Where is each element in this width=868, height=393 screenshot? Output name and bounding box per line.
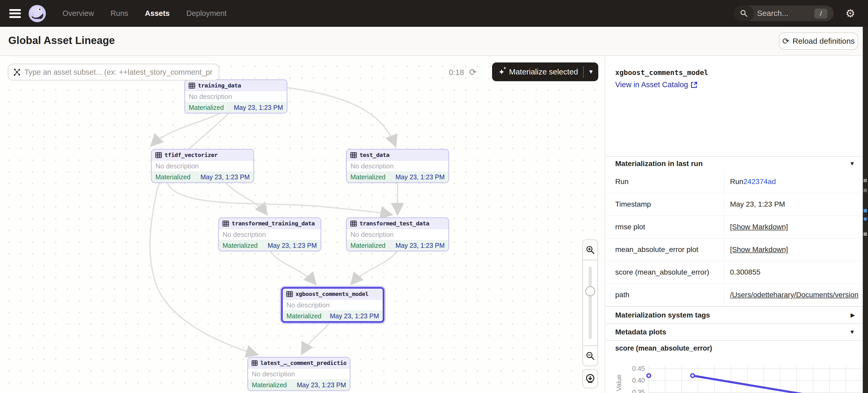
- materialization-timestamp: May 23, 1:23 PM: [330, 312, 379, 320]
- asset-node-status-row: MaterializedMay 23, 1:23 PM: [185, 102, 287, 113]
- chevron-down-icon: ▼: [849, 329, 855, 335]
- right-edge-window-sliver: [863, 27, 868, 393]
- nav-overview[interactable]: Overview: [62, 9, 94, 18]
- metadata-label: Run: [606, 170, 724, 193]
- metadata-row: path/Users/odetteharary/Documents/versio…: [606, 284, 863, 306]
- asset-node-name: tfidf_vectorizer: [164, 152, 218, 158]
- asset-node-status-row: MaterializedMay 23, 1:23 PM: [219, 240, 320, 251]
- run-id-link[interactable]: 242374ad: [743, 177, 776, 186]
- section-metadata-plots[interactable]: Metadata plots ▼: [606, 324, 863, 341]
- nav-deployment[interactable]: Deployment: [186, 9, 227, 18]
- metadata-row: rmse plot[Show Markdown]: [606, 216, 863, 238]
- asset-node-header: training_data: [185, 80, 287, 91]
- materialization-timestamp: May 23, 1:23 PM: [297, 381, 346, 389]
- asset-node-status-row: MaterializedMay 23, 1:23 PM: [283, 310, 383, 321]
- asset-node-name: training_data: [198, 82, 241, 89]
- metadata-label: score (mean_absolute_error): [606, 261, 724, 284]
- search-icon: [734, 5, 754, 21]
- zoom-slider-track[interactable]: [589, 266, 592, 339]
- materialization-timestamp: May 23, 1:23 PM: [200, 173, 250, 181]
- asset-node-xgboost_comments_model[interactable]: xgboost_comments_modelNo descriptionMate…: [281, 287, 384, 323]
- materialization-metadata-table: RunRun 242374adTimestampMay 23, 1:23 PMr…: [606, 170, 863, 306]
- metadata-value: Run 242374ad: [724, 170, 863, 193]
- metadata-row: TimestampMay 23, 1:23 PM: [606, 193, 863, 216]
- asset-node-header: test_data: [347, 150, 448, 161]
- metadata-row: mean_absolute_error plot[Show Markdown]: [606, 238, 863, 261]
- asset-node-tfidf_vectorizer[interactable]: tfidf_vectorizerNo descriptionMaterializ…: [151, 149, 254, 183]
- metadata-link[interactable]: [Show Markdown]: [730, 245, 788, 254]
- asset-node-transformed_test_data[interactable]: transformed_test_dataNo descriptionMater…: [346, 217, 449, 252]
- status-badge: Materialized: [286, 312, 321, 320]
- metadata-value: May 23, 1:23 PM: [724, 193, 863, 216]
- materialization-timestamp: May 23, 1:23 PM: [396, 173, 445, 181]
- asset-subset-input[interactable]: [25, 68, 214, 76]
- search-input[interactable]: [757, 9, 809, 18]
- asset-node-status-row: MaterializedMay 23, 1:23 PM: [152, 171, 253, 182]
- asset-node-header: tfidf_vectorizer: [152, 150, 253, 161]
- table-icon: [222, 220, 229, 227]
- asset-node-description: No description: [347, 161, 448, 171]
- materialization-timestamp: May 23, 1:23 PM: [234, 104, 283, 111]
- asset-node-description: No description: [283, 300, 383, 310]
- download-image-button[interactable]: [582, 369, 598, 388]
- status-badge: Materialized: [252, 381, 287, 389]
- status-badge: Materialized: [223, 242, 258, 249]
- hamburger-menu-icon[interactable]: [9, 9, 21, 18]
- metadata-label: mean_absolute_error plot: [606, 238, 724, 261]
- metadata-value: /Users/odetteharary/Documents/version: [724, 284, 863, 306]
- asset-node-description: No description: [248, 368, 350, 380]
- metadata-row: score (mean_absolute_error)0.300855: [606, 261, 863, 284]
- zoom-in-button[interactable]: [583, 240, 597, 260]
- zoom-controls: [582, 239, 598, 366]
- status-badge: Materialized: [350, 242, 385, 249]
- page-title: Global Asset Lineage: [8, 35, 115, 46]
- reload-definitions-button[interactable]: ⟳ Reload definitions: [779, 33, 858, 50]
- view-in-asset-catalog-link[interactable]: View in Asset Catalog: [615, 80, 698, 89]
- refresh-icon: ⟳: [782, 37, 789, 45]
- external-link-icon: [691, 81, 698, 88]
- metadata-label: Timestamp: [606, 193, 724, 216]
- asset-node-latest_comment_predictions[interactable]: latest_…_comment_predictionsNo descripti…: [247, 357, 350, 391]
- global-search[interactable]: /: [734, 5, 834, 21]
- section-materialization-last-run[interactable]: Materialization in last run ▼: [606, 156, 863, 170]
- materialization-timestamp: May 23, 1:23 PM: [396, 242, 445, 249]
- asset-name-title: xgboost_comments_model: [615, 68, 708, 76]
- asset-node-test_data[interactable]: test_dataNo descriptionMaterializedMay 2…: [346, 149, 449, 183]
- top-nav-bar: Overview Runs Assets Deployment / ⚙: [0, 0, 868, 27]
- asset-node-header: transformed_test_data: [347, 218, 448, 229]
- settings-gear-icon[interactable]: ⚙: [844, 8, 856, 19]
- asset-node-transformed_training_data[interactable]: transformed_training_dataNo descriptionM…: [218, 217, 321, 252]
- metadata-value: [Show Markdown]: [724, 238, 863, 261]
- section-materialization-system-tags[interactable]: Materialization system tags ▶: [606, 306, 863, 324]
- graph-refresh-icon[interactable]: ⟳: [469, 67, 477, 77]
- dagster-logo[interactable]: [29, 5, 46, 22]
- metadata-link[interactable]: /Users/odetteharary/Documents/version: [730, 291, 858, 299]
- materialize-selected-button[interactable]: ✦✦ Materialize selected ▼: [492, 62, 598, 81]
- chevron-right-icon: ▶: [850, 312, 855, 319]
- asset-lineage-graph[interactable]: training_dataNo descriptionMaterializedM…: [0, 56, 605, 393]
- metadata-label: path: [606, 284, 724, 306]
- table-icon: [188, 82, 195, 89]
- materialization-timestamp: May 23, 1:23 PM: [268, 242, 317, 249]
- asset-node-description: No description: [152, 161, 253, 171]
- nav-assets[interactable]: Assets: [145, 9, 170, 18]
- zoom-slider-handle[interactable]: [585, 286, 595, 296]
- asset-node-name: test_data: [360, 152, 390, 158]
- graph-query-icon: [13, 68, 21, 76]
- zoom-out-button[interactable]: [583, 346, 597, 366]
- nav-runs[interactable]: Runs: [111, 9, 128, 18]
- status-badge: Materialized: [155, 173, 191, 181]
- y-tick-label: 0.40: [621, 376, 645, 384]
- materialize-dropdown-caret[interactable]: ▼: [584, 68, 598, 75]
- asset-subset-filter[interactable]: [8, 64, 219, 80]
- metadata-label: rmse plot: [606, 216, 724, 238]
- metadata-link[interactable]: [Show Markdown]: [730, 223, 788, 231]
- asset-node-status-row: MaterializedMay 23, 1:23 PM: [347, 240, 448, 251]
- table-icon: [251, 360, 258, 366]
- zoom-slider[interactable]: [583, 260, 597, 346]
- asset-node-name: transformed_training_data: [232, 220, 315, 227]
- asset-node-header: latest_…_comment_predictions: [248, 358, 350, 368]
- asset-node-description: No description: [219, 229, 320, 240]
- asset-node-training_data[interactable]: training_dataNo descriptionMaterializedM…: [184, 79, 287, 113]
- search-shortcut-badge: /: [814, 9, 827, 19]
